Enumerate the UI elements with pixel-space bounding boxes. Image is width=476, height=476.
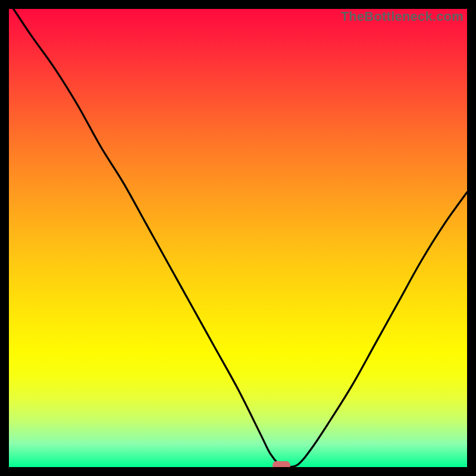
bottleneck-curve — [9, 9, 467, 467]
watermark-text: TheBottleneck.com — [341, 9, 464, 24]
chart-frame: TheBottleneck.com — [0, 0, 476, 476]
plot-area: TheBottleneck.com — [9, 9, 467, 467]
minimum-marker — [273, 461, 290, 467]
